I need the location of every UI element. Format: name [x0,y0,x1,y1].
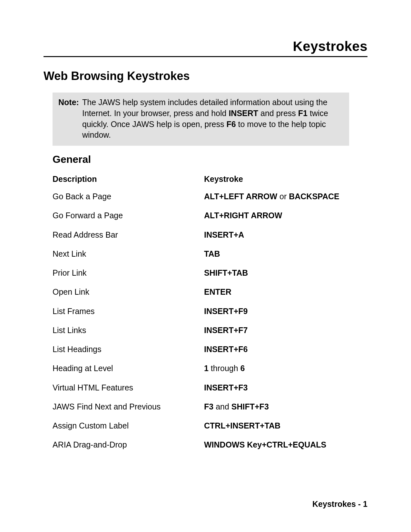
keystroke-bold: SHIFT+TAB [204,268,248,277]
header-keystroke: Keystroke [204,174,343,184]
page-footer: Keystrokes - 1 [312,499,367,509]
note-bold-span: F6 [226,120,236,129]
keystroke-text: through [209,364,240,373]
keystroke-bold: 6 [240,364,245,373]
cell-keystroke: ALT+RIGHT ARROW [204,211,343,221]
note-text: The JAWS help system includes detailed i… [82,97,343,141]
table-row: JAWS Find Next and PreviousF3 and SHIFT+… [53,402,343,412]
keystroke-bold: INSERT+F7 [204,326,248,335]
header-description: Description [53,174,204,184]
keystroke-bold: WINDOWS Key+CTRL+EQUALS [204,440,326,449]
cell-description: Next Link [53,249,204,259]
table-row: Go Forward a PageALT+RIGHT ARROW [53,211,343,221]
note-span: and press [258,109,298,118]
cell-description: ARIA Drag-and-Drop [53,440,204,450]
cell-keystroke: CTRL+INSERT+TAB [204,421,343,431]
keystroke-bold: 1 [204,364,209,373]
keystroke-bold: ENTER [204,287,231,296]
cell-description: Assign Custom Label [53,421,204,431]
keystroke-bold: CTRL+INSERT+TAB [204,421,280,430]
note-bold-span: INSERT [229,109,258,118]
keystroke-bold: ALT+RIGHT ARROW [204,211,282,220]
cell-keystroke: INSERT+F3 [204,383,343,393]
table-row: List LinksINSERT+F7 [53,325,343,335]
keystroke-bold: INSERT+F3 [204,383,248,392]
cell-keystroke: INSERT+F9 [204,306,343,316]
cell-description: Go Forward a Page [53,211,204,221]
document-title: Keystrokes [44,39,367,57]
table-row: ARIA Drag-and-DropWINDOWS Key+CTRL+EQUAL… [53,440,343,450]
keystroke-bold: INSERT+A [204,230,244,239]
cell-description: Prior Link [53,268,204,278]
cell-keystroke: INSERT+A [204,230,343,240]
table-row: Prior LinkSHIFT+TAB [53,268,343,278]
cell-keystroke: WINDOWS Key+CTRL+EQUALS [204,440,343,450]
cell-keystroke: 1 through 6 [204,363,343,373]
keystroke-text: and [213,402,231,411]
cell-keystroke: SHIFT+TAB [204,268,343,278]
cell-description: Virtual HTML Features [53,383,204,393]
cell-keystroke: ENTER [204,287,343,297]
note-label: Note: [58,97,82,141]
table-row: Virtual HTML FeaturesINSERT+F3 [53,383,343,393]
keystroke-bold: F3 [204,402,213,411]
cell-description: List Headings [53,344,204,354]
table-header-row: Description Keystroke [53,174,343,184]
cell-description: List Links [53,325,204,335]
cell-description: Open Link [53,287,204,297]
note-bold-span: F1 [298,109,308,118]
keystroke-text: or [277,192,289,201]
keystroke-table: Description Keystroke Go Back a PageALT+… [53,174,343,450]
keystroke-bold: BACKSPACE [289,192,339,201]
cell-description: List Frames [53,306,204,316]
cell-keystroke: ALT+LEFT ARROW or BACKSPACE [204,192,343,202]
cell-description: Read Address Bar [53,230,204,240]
cell-description: Go Back a Page [53,192,204,202]
table-row: Next LinkTAB [53,249,343,259]
cell-description: Heading at Level [53,363,204,373]
keystroke-bold: INSERT+F6 [204,345,248,354]
subsection-title: General [53,153,367,165]
keystroke-bold: INSERT+F9 [204,307,248,316]
table-row: Assign Custom LabelCTRL+INSERT+TAB [53,421,343,431]
table-row: Go Back a PageALT+LEFT ARROW or BACKSPAC… [53,192,343,202]
keystroke-bold: TAB [204,249,220,258]
table-row: List FramesINSERT+F9 [53,306,343,316]
cell-keystroke: F3 and SHIFT+F3 [204,402,343,412]
page: Keystrokes Web Browsing Keystrokes Note:… [0,0,411,532]
table-row: Open LinkENTER [53,287,343,297]
note-box: Note: The JAWS help system includes deta… [53,93,349,146]
cell-keystroke: INSERT+F7 [204,325,343,335]
keystroke-bold: SHIFT+F3 [231,402,269,411]
cell-description: JAWS Find Next and Previous [53,402,204,412]
cell-keystroke: INSERT+F6 [204,344,343,354]
table-row: Heading at Level1 through 6 [53,363,343,373]
section-title: Web Browsing Keystrokes [44,69,367,83]
keystroke-bold: ALT+LEFT ARROW [204,192,277,201]
table-row: Read Address BarINSERT+A [53,230,343,240]
cell-keystroke: TAB [204,249,343,259]
table-row: List HeadingsINSERT+F6 [53,344,343,354]
